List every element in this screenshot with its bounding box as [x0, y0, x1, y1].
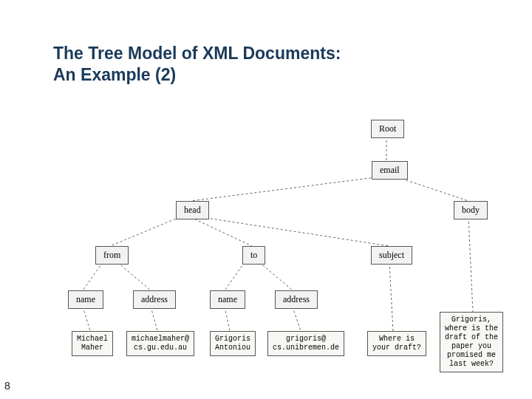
node-from: from [95, 246, 129, 265]
node-root: Root [371, 120, 404, 138]
leaf-to-address-value: grigoris@ cs.unibremen.de [267, 331, 344, 356]
leaf-from-name-value: Michael Maher [72, 331, 113, 356]
slide-title: The Tree Model of XML Documents: An Exam… [53, 43, 341, 86]
svg-line-3 [110, 217, 180, 246]
svg-line-11 [151, 307, 157, 331]
svg-line-15 [468, 217, 473, 312]
title-line-2: An Example (2) [53, 65, 176, 84]
svg-line-5 [202, 217, 389, 246]
node-subject: subject [371, 246, 412, 265]
node-from-address: address [133, 290, 176, 309]
svg-line-8 [225, 262, 245, 290]
svg-line-7 [117, 262, 151, 290]
node-email: email [372, 161, 408, 180]
svg-line-1 [191, 177, 375, 201]
svg-line-10 [83, 307, 90, 331]
node-body: body [454, 201, 488, 219]
svg-line-9 [259, 262, 293, 290]
node-to-name: name [210, 290, 245, 309]
svg-line-6 [83, 262, 103, 290]
leaf-subject-value: Where is your draft? [367, 331, 426, 356]
node-head: head [176, 201, 209, 219]
svg-line-12 [225, 307, 230, 331]
page-number: 8 [4, 380, 10, 392]
node-from-name: name [68, 290, 103, 309]
node-to: to [242, 246, 265, 265]
svg-line-2 [398, 177, 468, 201]
leaf-to-name-value: Grigoris Antoniou [210, 331, 256, 356]
title-line-1: The Tree Model of XML Documents: [53, 44, 341, 63]
svg-line-4 [191, 217, 252, 246]
svg-line-13 [293, 307, 301, 331]
node-to-address: address [275, 290, 318, 309]
leaf-body-value: Grigoris, where is the draft of the pape… [440, 312, 503, 372]
svg-line-14 [389, 262, 393, 331]
leaf-from-address-value: michaelmaher@ cs.gu.edu.au [126, 331, 194, 356]
